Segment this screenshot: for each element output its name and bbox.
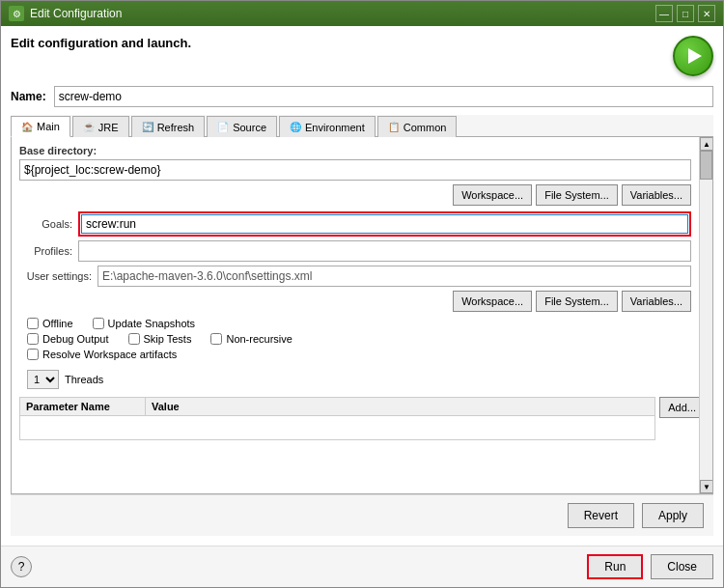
user-settings-input[interactable] bbox=[97, 266, 691, 287]
main-tab-label: Main bbox=[37, 121, 60, 132]
jre-tab-icon: ☕ bbox=[83, 122, 95, 132]
checkbox-row-2: Debug Output Skip Tests Non-recursive bbox=[19, 333, 691, 345]
update-snapshots-checkbox-item: Update Snapshots bbox=[93, 318, 196, 329]
checkbox-row-1: Offline Update Snapshots bbox=[19, 318, 691, 329]
param-name-col-header: Parameter Name bbox=[20, 398, 146, 415]
revert-button[interactable]: Revert bbox=[568, 503, 634, 528]
goals-label: Goals: bbox=[19, 218, 72, 230]
name-row: Name: bbox=[11, 86, 713, 107]
window-subtitle: Edit configuration and launch. bbox=[11, 36, 191, 50]
bottom-buttons: Revert Apply bbox=[11, 494, 713, 536]
run-button[interactable]: Run bbox=[587, 554, 643, 579]
offline-label: Offline bbox=[42, 318, 73, 329]
resolve-workspace-checkbox-item: Resolve Workspace artifacts bbox=[27, 349, 177, 360]
filesystem-btn-1[interactable]: File System... bbox=[536, 184, 618, 206]
tab-common[interactable]: 📋 Common bbox=[377, 116, 458, 137]
run-quick-button[interactable] bbox=[673, 36, 713, 76]
window-title: Edit Configuration bbox=[30, 7, 122, 20]
edit-configuration-window: ⚙ Edit Configuration — □ ✕ Edit configur… bbox=[0, 0, 724, 588]
tab-refresh[interactable]: 🔄 Refresh bbox=[131, 116, 206, 137]
checkbox-row-3: Resolve Workspace artifacts bbox=[19, 349, 691, 360]
base-dir-input[interactable] bbox=[19, 159, 691, 181]
workspace-btn-2[interactable]: Workspace... bbox=[453, 291, 532, 312]
offline-checkbox-item: Offline bbox=[27, 318, 73, 329]
tab-content-area: Base directory: Workspace... File System… bbox=[11, 137, 713, 494]
goals-row: Goals: bbox=[19, 211, 705, 237]
variables-btn-1[interactable]: Variables... bbox=[622, 184, 691, 206]
offline-checkbox[interactable] bbox=[27, 318, 39, 329]
play-icon bbox=[688, 48, 702, 64]
params-body bbox=[20, 416, 654, 439]
tab-main[interactable]: 🏠 Main bbox=[11, 116, 70, 137]
skip-tests-checkbox-item: Skip Tests bbox=[128, 333, 192, 345]
threads-row: 1 2 4 8 Threads bbox=[19, 370, 705, 389]
close-button-footer[interactable]: Close bbox=[651, 554, 713, 579]
filesystem-btn-2[interactable]: File System... bbox=[536, 291, 618, 312]
non-recursive-checkbox-item: Non-recursive bbox=[210, 333, 292, 345]
title-bar-left: ⚙ Edit Configuration bbox=[9, 6, 122, 21]
source-tab-icon: 📄 bbox=[217, 122, 229, 132]
scroll-down-arrow[interactable]: ▼ bbox=[700, 480, 713, 493]
refresh-tab-label: Refresh bbox=[157, 122, 195, 133]
button-row-2: Workspace... File System... Variables... bbox=[19, 291, 705, 312]
env-tab-icon: 🌐 bbox=[290, 122, 301, 132]
add-param-button[interactable]: Add... bbox=[659, 397, 705, 418]
debug-output-checkbox[interactable] bbox=[27, 333, 39, 345]
params-header: Parameter Name Value bbox=[20, 398, 654, 416]
threads-select[interactable]: 1 2 4 8 bbox=[27, 370, 59, 389]
variables-btn-2[interactable]: Variables... bbox=[622, 291, 691, 312]
title-controls: — □ ✕ bbox=[655, 5, 715, 22]
threads-label: Threads bbox=[65, 374, 103, 385]
title-bar: ⚙ Edit Configuration — □ ✕ bbox=[1, 1, 723, 26]
tabs-bar: 🏠 Main ☕ JRE 🔄 Refresh 📄 Source 🌐 Enviro… bbox=[11, 115, 713, 137]
skip-tests-checkbox[interactable] bbox=[128, 333, 140, 345]
scrollbar-thumb[interactable] bbox=[700, 151, 712, 180]
main-tab-icon: 🏠 bbox=[21, 122, 33, 132]
user-settings-label: User settings: bbox=[19, 270, 92, 282]
window-body: Edit configuration and launch. Name: 🏠 M… bbox=[1, 26, 723, 546]
base-dir-label: Base directory: bbox=[19, 145, 705, 156]
goals-input[interactable] bbox=[81, 214, 688, 234]
goals-input-wrapper bbox=[78, 211, 691, 237]
resolve-workspace-label: Resolve Workspace artifacts bbox=[42, 349, 177, 360]
workspace-btn-1[interactable]: Workspace... bbox=[453, 184, 532, 206]
tab-jre[interactable]: ☕ JRE bbox=[72, 116, 129, 137]
refresh-tab-icon: 🔄 bbox=[142, 122, 153, 132]
button-row-1: Workspace... File System... Variables... bbox=[19, 184, 705, 206]
common-tab-icon: 📋 bbox=[388, 122, 400, 132]
footer-right: Run Close bbox=[587, 554, 713, 579]
footer-row: ? Run Close bbox=[1, 546, 723, 587]
tab-environment[interactable]: 🌐 Environment bbox=[279, 116, 376, 137]
name-label: Name: bbox=[11, 90, 46, 103]
debug-output-label: Debug Output bbox=[42, 333, 109, 345]
maximize-button[interactable]: □ bbox=[677, 5, 694, 22]
debug-output-checkbox-item: Debug Output bbox=[27, 333, 109, 345]
close-button[interactable]: ✕ bbox=[698, 5, 715, 22]
update-snapshots-label: Update Snapshots bbox=[108, 318, 196, 329]
apply-button[interactable]: Apply bbox=[642, 503, 704, 528]
params-wrapper: Parameter Name Value Add... bbox=[19, 397, 705, 446]
name-input[interactable] bbox=[54, 86, 713, 107]
window-header: Edit configuration and launch. bbox=[11, 36, 713, 76]
params-table: Parameter Name Value bbox=[19, 397, 655, 440]
env-tab-label: Environment bbox=[305, 122, 365, 133]
minimize-button[interactable]: — bbox=[655, 5, 673, 22]
tab-source[interactable]: 📄 Source bbox=[207, 116, 277, 137]
profiles-row: Profiles: bbox=[19, 240, 705, 262]
update-snapshots-checkbox[interactable] bbox=[93, 318, 104, 329]
profiles-input[interactable] bbox=[78, 240, 691, 262]
common-tab-label: Common bbox=[404, 122, 447, 133]
param-value-col-header: Value bbox=[146, 398, 654, 415]
jre-tab-label: JRE bbox=[98, 122, 119, 133]
user-settings-row: User settings: bbox=[19, 266, 705, 287]
window-icon: ⚙ bbox=[9, 6, 24, 21]
scrollbar-track[interactable]: ▲ ▼ bbox=[699, 137, 712, 493]
skip-tests-label: Skip Tests bbox=[144, 333, 192, 345]
non-recursive-label: Non-recursive bbox=[226, 333, 292, 345]
non-recursive-checkbox[interactable] bbox=[210, 333, 222, 345]
resolve-workspace-checkbox[interactable] bbox=[27, 349, 39, 360]
scroll-up-arrow[interactable]: ▲ bbox=[700, 137, 713, 151]
source-tab-label: Source bbox=[233, 122, 266, 133]
profiles-label: Profiles: bbox=[19, 245, 72, 257]
help-button[interactable]: ? bbox=[11, 556, 32, 577]
